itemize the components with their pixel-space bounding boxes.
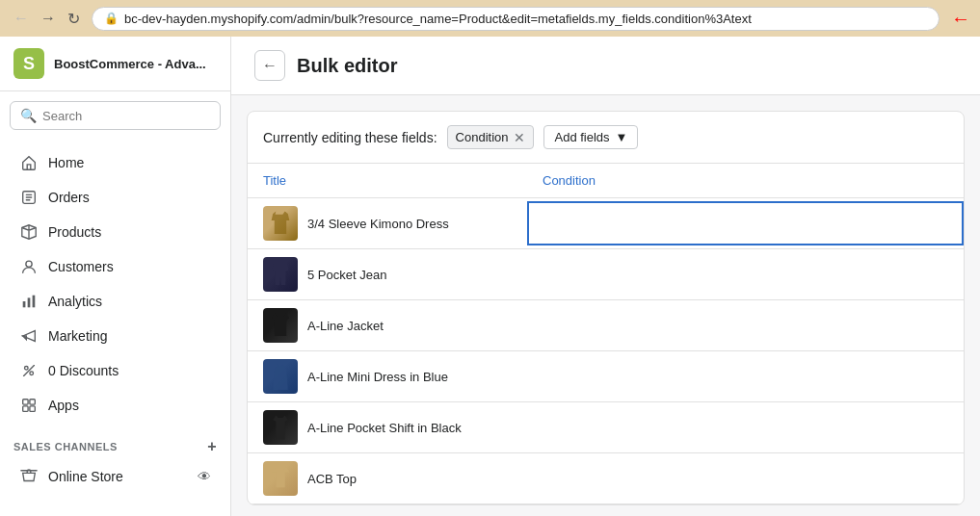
- product-title-cell: 5 Pocket Jean: [248, 249, 527, 300]
- table-row: A-Line Mini Dress in Blue: [248, 351, 964, 402]
- online-store-label: Online Store: [48, 469, 123, 484]
- condition-empty: [527, 252, 964, 297]
- sidebar-item-products-label: Products: [48, 224, 101, 240]
- sidebar-item-orders[interactable]: Orders: [6, 180, 225, 215]
- add-fields-button[interactable]: Add fields ▼: [543, 125, 638, 149]
- svg-point-5: [25, 367, 29, 371]
- product-cell: A-Line Jacket: [248, 300, 527, 350]
- condition-empty: [527, 303, 964, 348]
- home-icon: [19, 153, 39, 172]
- analytics-icon: [19, 292, 39, 311]
- search-input[interactable]: [42, 109, 210, 123]
- col-condition: Condition: [527, 164, 964, 198]
- page-title: Bulk editor: [297, 55, 397, 77]
- condition-cell-4: [527, 351, 964, 402]
- condition-empty: [527, 456, 964, 501]
- product-thumbnail: [263, 359, 298, 394]
- product-cell: A-Line Pocket Shift in Black: [248, 402, 527, 452]
- remove-condition-button[interactable]: ✕: [514, 131, 525, 144]
- condition-cell-1: ←: [527, 198, 964, 249]
- product-name: 5 Pocket Jean: [307, 268, 386, 282]
- back-browser-button[interactable]: ←: [10, 8, 33, 29]
- product-name: A-Line Mini Dress in Blue: [307, 370, 448, 384]
- sidebar-item-customers[interactable]: Customers: [6, 249, 225, 284]
- table-container: Title Condition: [248, 164, 964, 504]
- condition-tag-label: Condition: [456, 130, 509, 144]
- product-title-cell: A-Line Jacket: [248, 300, 527, 351]
- product-title-cell: ACB Top: [248, 453, 527, 504]
- svg-rect-8: [30, 400, 35, 404]
- condition-cell-5: [527, 402, 964, 453]
- discounts-icon: [19, 361, 39, 380]
- product-title-cell: A-Line Pocket Shift in Black: [248, 402, 527, 453]
- svg-rect-9: [23, 406, 28, 411]
- add-sales-channel-button[interactable]: +: [207, 438, 217, 455]
- nav-section-main: Home Orders Products Customers: [0, 140, 230, 428]
- online-store-view-icon[interactable]: 👁: [198, 469, 211, 484]
- product-thumbnail: [263, 410, 298, 445]
- shopify-logo: S: [13, 48, 44, 79]
- add-fields-label: Add fields: [554, 130, 609, 144]
- product-name: A-Line Jacket: [307, 319, 384, 333]
- editing-label: Currently editing these fields:: [263, 130, 437, 145]
- back-button[interactable]: ←: [254, 50, 285, 81]
- store-name: BoostCommerce - Adva...: [54, 57, 206, 71]
- sidebar-item-products[interactable]: Products: [6, 215, 225, 249]
- table-row: A-Line Pocket Shift in Black: [248, 402, 964, 453]
- sidebar: S BoostCommerce - Adva... 🔍 Home Orders: [0, 37, 231, 516]
- sidebar-item-discounts-label: 0 Discounts: [48, 363, 119, 378]
- product-cell: A-Line Mini Dress in Blue: [248, 351, 527, 401]
- online-store-icon: [19, 467, 39, 486]
- table-row: 3/4 Sleeve Kimono Dress ←: [248, 198, 964, 249]
- apps-icon: [19, 396, 39, 415]
- sidebar-item-apps[interactable]: Apps: [6, 388, 225, 423]
- dropdown-chevron-icon: ▼: [616, 130, 628, 144]
- product-name: 3/4 Sleeve Kimono Dress: [307, 217, 449, 231]
- fields-toolbar: Currently editing these fields: Conditio…: [248, 112, 964, 164]
- condition-cell-3: [527, 300, 964, 351]
- sidebar-item-online-store[interactable]: Online Store 👁: [6, 459, 225, 494]
- products-icon: [19, 222, 39, 242]
- sidebar-item-analytics[interactable]: Analytics: [6, 284, 225, 319]
- product-thumbnail: [263, 206, 298, 241]
- marketing-icon: [19, 326, 39, 346]
- product-thumbnail: [263, 257, 298, 292]
- forward-browser-button[interactable]: →: [37, 8, 60, 29]
- svg-point-6: [30, 372, 34, 375]
- refresh-browser-button[interactable]: ↻: [64, 8, 84, 30]
- url-arrow-indicator: ←: [951, 8, 970, 30]
- svg-rect-3: [28, 297, 31, 307]
- product-cell: ACB Top: [248, 453, 527, 503]
- app-shell: S BoostCommerce - Adva... 🔍 Home Orders: [0, 37, 980, 516]
- product-cell: 5 Pocket Jean: [248, 249, 527, 299]
- sidebar-search[interactable]: 🔍: [10, 101, 221, 130]
- browser-bar: ← → ↻ 🔒 bc-dev-hayden.myshopify.com/admi…: [0, 0, 980, 37]
- back-arrow-icon: ←: [262, 57, 278, 74]
- url-bar[interactable]: 🔒 bc-dev-hayden.myshopify.com/admin/bulk…: [92, 7, 940, 31]
- col-title: Title: [248, 164, 527, 198]
- search-icon: 🔍: [20, 108, 37, 123]
- fields-section: Currently editing these fields: Conditio…: [247, 111, 965, 505]
- condition-empty: [527, 405, 964, 450]
- table-header: Title Condition: [248, 164, 964, 198]
- sales-channels-label: SALES CHANNELS: [13, 441, 118, 452]
- table-row: 5 Pocket Jean: [248, 249, 964, 300]
- sidebar-item-discounts[interactable]: 0 Discounts: [6, 353, 225, 388]
- sidebar-item-orders-label: Orders: [48, 190, 90, 205]
- table-row: A-Line Jacket: [248, 300, 964, 351]
- product-name: ACB Top: [307, 472, 357, 486]
- product-title-cell: A-Line Mini Dress in Blue: [248, 351, 527, 402]
- condition-input[interactable]: [529, 203, 962, 244]
- product-thumbnail: [263, 461, 298, 496]
- sidebar-item-marketing[interactable]: Marketing: [6, 319, 225, 353]
- table-row: ACB Top: [248, 453, 964, 504]
- bulk-editor-header: ← Bulk editor: [231, 37, 980, 95]
- sidebar-item-analytics-label: Analytics: [48, 294, 102, 309]
- sidebar-item-home[interactable]: Home: [6, 145, 225, 180]
- svg-rect-2: [23, 301, 26, 307]
- sidebar-item-marketing-label: Marketing: [48, 328, 107, 344]
- condition-cell-2: [527, 249, 964, 300]
- main-content: ← Bulk editor Currently editing these fi…: [231, 37, 980, 516]
- svg-rect-4: [33, 296, 36, 308]
- bulk-table: Title Condition: [248, 164, 964, 504]
